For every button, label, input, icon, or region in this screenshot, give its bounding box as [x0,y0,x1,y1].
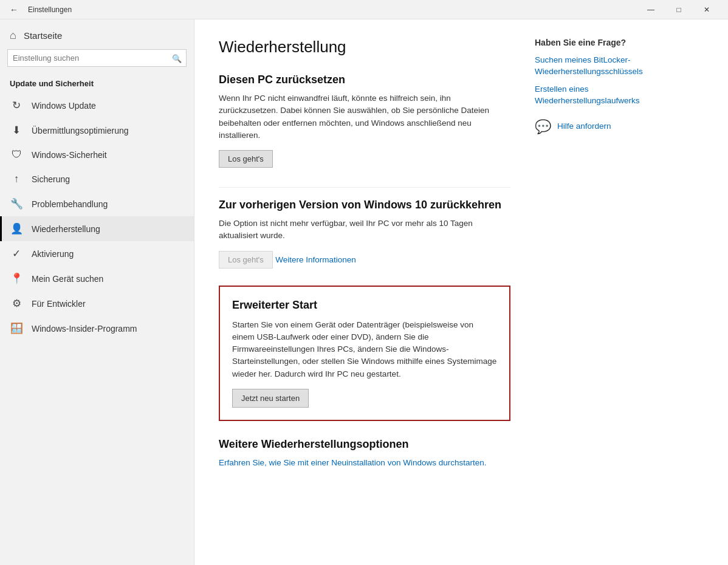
sidebar-item-label: Windows Update [32,101,96,111]
find-icon: 📍 [10,272,23,285]
sidebar-item-windows-update[interactable]: ↻ Windows Update [0,93,194,118]
home-icon: ⌂ [10,29,16,42]
sidebar-home-item[interactable]: ⌂ Startseite [0,19,194,49]
reset-section-desc: Wenn Ihr PC nicht einwandfrei läuft, kön… [219,92,510,142]
sidebar-item-label: Problembehandlung [32,199,108,209]
insider-icon: 🪟 [10,322,23,335]
reset-btn[interactable]: Los geht's [219,150,273,168]
sidebar-item-label: Windows-Sicherheit [32,150,107,160]
sidebar-item-wiederherstellung[interactable]: 👤 Wiederherstellung [0,216,194,241]
titlebar: ← Einstellungen — □ ✕ [0,0,728,19]
advanced-start-title: Erweiterter Start [232,299,497,312]
sidebar-item-problembehandlung[interactable]: 🔧 Problembehandlung [0,191,194,216]
sidebar-item-windows-sicherheit[interactable]: 🛡 Windows-Sicherheit [0,143,194,167]
page-title: Wiederherstellung [219,38,510,56]
sidebar-item-label: Windows-Insider-Programm [32,324,137,334]
divider1 [219,187,510,188]
reset-section-title: Diesen PC zurücksetzen [219,74,510,86]
sidebar-home-label: Startseite [24,30,62,41]
sidebar-item-label: Wiederherstellung [32,224,100,234]
help-link[interactable]: Hilfe anfordern [557,121,611,132]
sidebar-item-entwickler[interactable]: ⚙ Für Entwickler [0,291,194,316]
update-icon: ↻ [10,99,23,112]
sidebar-item-sicherung[interactable]: ↑ Sicherung [0,167,194,191]
right-panel: Haben Sie eine Frage? Suchen meines BitL… [535,38,668,541]
help-icon: 💬 [535,119,551,135]
app-body: ⌂ Startseite 🔍 Update und Sicherheit ↻ W… [0,19,728,565]
advanced-start-box: Erweiterter Start Starten Sie von einem … [219,286,510,421]
trouble-icon: 🔧 [10,197,23,210]
dev-icon: ⚙ [10,297,23,310]
titlebar-controls: — □ ✕ [637,0,721,19]
more-info-link[interactable]: Weitere Informationen [275,255,356,264]
recovery-drive-link[interactable]: Erstellen eines Wiederherstellungslaufwe… [535,84,668,107]
neuinstallation-link[interactable]: Erfahren Sie, wie Sie mit einer Neuinsta… [219,458,486,467]
sidebar-search-container: 🔍 [7,49,187,67]
sidebar-item-label: Übermittlungsoptimierung [32,126,129,135]
sidebar-item-uebermittlung[interactable]: ⬇ Übermittlungsoptimierung [0,118,194,143]
sidebar-item-label: Mein Gerät suchen [32,274,103,284]
back-button[interactable]: ← [7,4,21,16]
sidebar-item-label: Sicherung [32,174,70,184]
sidebar-item-insider[interactable]: 🪟 Windows-Insider-Programm [0,316,194,341]
help-item[interactable]: 💬 Hilfe anfordern [535,119,668,135]
close-button[interactable]: ✕ [693,0,721,19]
recovery-icon: 👤 [10,222,23,235]
restart-btn[interactable]: Jetzt neu starten [232,389,309,408]
search-icon: 🔍 [172,53,182,63]
prev-version-title: Zur vorherigen Version von Windows 10 zu… [219,199,510,211]
sidebar-item-aktivierung[interactable]: ✓ Aktivierung [0,241,194,266]
sidebar-item-geraet[interactable]: 📍 Mein Gerät suchen [0,266,194,291]
maximize-button[interactable]: □ [665,0,693,19]
sidebar: ⌂ Startseite 🔍 Update und Sicherheit ↻ W… [0,19,194,565]
right-question-label: Haben Sie eine Frage? [535,38,668,47]
advanced-start-desc: Starten Sie von einem Gerät oder Datentr… [232,319,497,380]
main-content: Wiederherstellung Diesen PC zurücksetzen… [194,19,728,565]
sidebar-item-label: Für Entwickler [32,299,86,309]
backup-icon: ↑ [10,173,23,185]
bitlocker-link[interactable]: Suchen meines BitLocker-Wiederherstellun… [535,55,668,78]
activation-icon: ✓ [10,247,23,260]
sidebar-section-title: Update und Sicherheit [0,74,194,93]
content-left: Wiederherstellung Diesen PC zurücksetzen… [219,38,510,541]
delivery-icon: ⬇ [10,124,23,137]
prev-version-desc: Die Option ist nicht mehr verfügbar, wei… [219,217,510,242]
search-input[interactable] [7,49,187,67]
prev-version-btn[interactable]: Los geht's [219,251,273,269]
minimize-button[interactable]: — [637,0,665,19]
sidebar-item-label: Aktivierung [32,249,74,259]
titlebar-title: Einstellungen [28,5,72,14]
shield-icon: 🛡 [10,149,23,161]
weitere-section-title: Weitere Wiederherstellungsoptionen [219,438,510,451]
